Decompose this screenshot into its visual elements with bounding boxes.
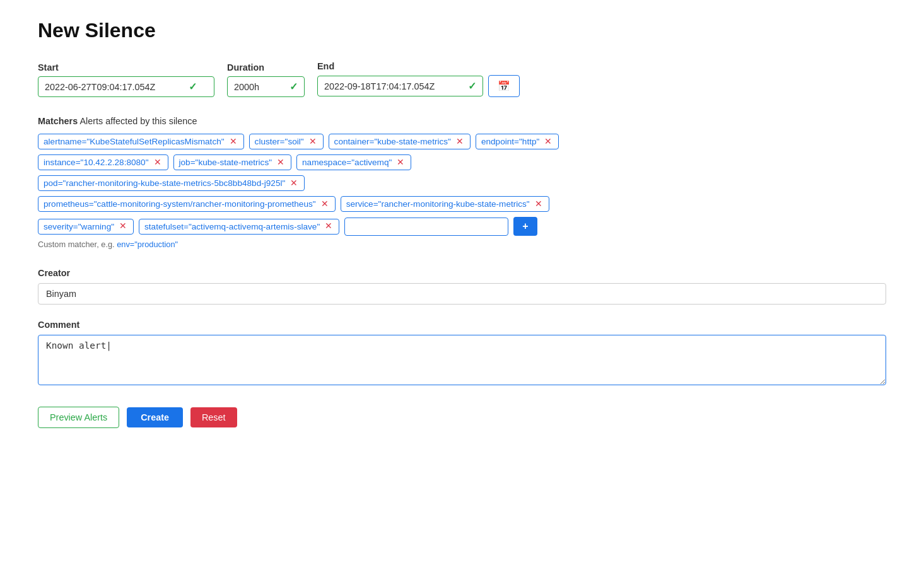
remove-instance-btn[interactable]: ✕ [153,158,163,167]
matcher-tag-job: job="kube-state-metrics" ✕ [173,154,292,170]
matcher-tag-alertname: alertname="KubeStatefulSetReplicasMismat… [38,134,244,149]
custom-matcher-input[interactable] [344,218,508,236]
matcher-row-3: pod="rancher-monitoring-kube-state-metri… [38,175,886,191]
remove-alertname-btn[interactable]: ✕ [228,137,238,146]
start-input[interactable] [45,82,184,92]
reset-button[interactable]: Reset [190,407,237,427]
end-input[interactable] [324,81,463,91]
page-title: New Silence [38,19,886,42]
creator-input[interactable] [38,283,886,305]
duration-field-wrapper: ✓ [227,76,305,97]
matcher-tag-cluster: cluster="soil" ✕ [249,134,324,149]
duration-valid-icon: ✓ [289,81,298,93]
comment-label: Comment [38,320,886,330]
matcher-row-5: severity="warning" ✕ statefulset="active… [38,217,886,236]
remove-job-btn[interactable]: ✕ [276,158,286,167]
preview-alerts-button[interactable]: Preview Alerts [38,407,119,428]
remove-pod-btn[interactable]: ✕ [289,179,299,188]
custom-hint: Custom matcher, e.g. env="production" [38,240,886,249]
start-label: Start [38,62,214,73]
end-field-wrapper: ✓ [317,76,483,96]
matcher-tag-pod: pod="rancher-monitoring-kube-state-metri… [38,175,305,191]
duration-input[interactable] [234,82,284,92]
matcher-tag-service: service="rancher-monitoring-kube-state-m… [341,196,549,212]
actions-row: Preview Alerts Create Reset [38,407,886,428]
remove-container-btn[interactable]: ✕ [455,137,465,146]
matcher-row-1: alertname="KubeStatefulSetReplicasMismat… [38,134,886,149]
remove-cluster-btn[interactable]: ✕ [308,137,318,146]
custom-hint-example[interactable]: env="production" [117,240,178,249]
matcher-tag-container: container="kube-state-metrics" ✕ [329,134,471,149]
matchers-section: Matchers Alerts affected by this silence… [38,116,886,249]
creator-label: Creator [38,268,886,278]
matcher-row-2: instance="10.42.2.28:8080" ✕ job="kube-s… [38,154,886,170]
matcher-tag-severity: severity="warning" ✕ [38,219,134,235]
remove-namespace-btn[interactable]: ✕ [395,158,406,167]
create-button[interactable]: Create [127,407,183,427]
start-valid-icon: ✓ [189,81,197,93]
matchers-rows: alertname="KubeStatefulSetReplicasMismat… [38,134,886,236]
calendar-button[interactable]: 📅 [488,75,520,97]
creator-section: Creator [38,268,886,305]
end-label: End [317,61,520,71]
remove-statefulset-btn[interactable]: ✕ [324,222,334,231]
add-matcher-button[interactable]: + [513,217,537,236]
end-valid-icon: ✓ [468,80,476,92]
matchers-header: Matchers Alerts affected by this silence [38,116,886,126]
remove-service-btn[interactable]: ✕ [534,200,544,209]
comment-textarea[interactable]: Known alert| [38,335,886,385]
matcher-tag-statefulset: statefulset="activemq-activemq-artemis-s… [139,219,339,235]
matcher-row-4: prometheus="cattle-monitoring-system/ran… [38,196,886,212]
comment-section: Comment Known alert| [38,320,886,388]
matcher-tag-prometheus: prometheus="cattle-monitoring-system/ran… [38,196,336,212]
duration-label: Duration [227,62,305,73]
matcher-tag-instance: instance="10.42.2.28:8080" ✕ [38,154,168,170]
remove-prometheus-btn[interactable]: ✕ [320,200,330,209]
remove-severity-btn[interactable]: ✕ [118,222,128,231]
remove-endpoint-btn[interactable]: ✕ [543,137,553,146]
matcher-tag-namespace: namespace="activemq" ✕ [296,154,411,170]
matcher-tag-endpoint: endpoint="http" ✕ [476,134,559,149]
start-field-wrapper: ✓ [38,76,214,97]
